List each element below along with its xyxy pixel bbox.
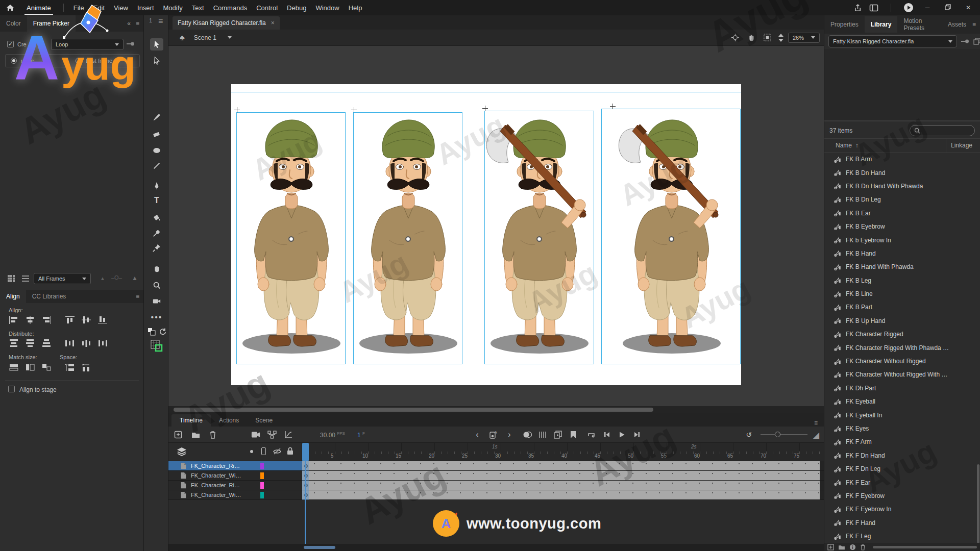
scrollbar-thumb[interactable] — [174, 408, 653, 412]
panel-menu-icon[interactable]: ≡ — [972, 21, 976, 28]
scrollbar-thumb[interactable] — [304, 546, 335, 549]
timeline-layer-row[interactable]: FK_Character_Ri… — [168, 481, 824, 490]
library-document-dropdown[interactable]: Fatty Kisan Rigged Character.fla — [828, 35, 957, 47]
onion-skin-outlines-icon[interactable] — [537, 430, 548, 440]
tab-properties[interactable]: Properties — [824, 16, 865, 33]
distribute-top-button[interactable] — [8, 339, 19, 348]
layer-name-cell[interactable]: FK_Character_Ri… — [168, 481, 302, 490]
edit-multiple-frames-icon[interactable] — [552, 430, 564, 440]
paint-bucket-tool[interactable] — [150, 211, 163, 223]
center-stage-icon[interactable] — [731, 33, 740, 42]
new-folder-icon[interactable] — [838, 544, 845, 550]
library-item[interactable]: FK F Eyebrow — [824, 489, 980, 503]
library-item[interactable]: FK Dh Part — [824, 382, 980, 395]
search-input[interactable] — [923, 128, 969, 134]
library-item[interactable]: FK F Arm — [824, 435, 980, 448]
insert-keyframe-icon[interactable]: A — [487, 430, 499, 440]
home-icon[interactable] — [6, 4, 14, 11]
text-tool[interactable]: T — [150, 194, 163, 207]
brush-tool[interactable] — [150, 111, 163, 123]
menu-item[interactable]: Control — [252, 4, 282, 12]
tab-align[interactable]: Align — [0, 290, 26, 303]
asset-warp-pin-tool[interactable] — [150, 242, 163, 254]
onion-start-icon[interactable]: ▲ — [100, 276, 105, 281]
library-item[interactable]: FK B Dn Hand With Phawda — [824, 180, 980, 193]
distribute-right-button[interactable] — [97, 339, 108, 348]
distribute-center-v-button[interactable] — [24, 339, 36, 348]
align-left-button[interactable] — [8, 315, 19, 324]
library-item[interactable]: FK F Dn Leg — [824, 462, 980, 475]
library-vertical-scrollbar[interactable] — [977, 464, 979, 543]
align-top-button[interactable] — [64, 315, 76, 324]
pasteboard[interactable]: Ayug Ayug Ayug Ayug Ayug Ayug — [168, 46, 824, 406]
align-center-h-button[interactable] — [24, 315, 36, 324]
tab-actions[interactable]: Actions — [211, 414, 247, 427]
layer-frames-cell[interactable] — [302, 471, 824, 480]
panel-menu-icon[interactable]: ≡ — [808, 419, 824, 427]
close-button[interactable]: ✕ — [962, 4, 975, 11]
eyedropper-tool[interactable] — [150, 227, 163, 239]
menu-item[interactable]: Insert — [133, 4, 159, 12]
onion-end-icon[interactable]: ▲ — [132, 274, 138, 282]
onion-range-icon[interactable]: –O– — [111, 274, 122, 281]
transform-point[interactable] — [536, 236, 542, 242]
menu-item[interactable]: Help — [344, 4, 367, 12]
delete-layer-icon[interactable] — [207, 430, 218, 440]
selected-symbol-1[interactable] — [236, 112, 346, 364]
transform-point[interactable] — [669, 236, 674, 242]
menu-item[interactable]: Window — [311, 4, 344, 12]
library-item[interactable]: FK B Eyebrow — [824, 220, 980, 233]
match-both-button[interactable] — [41, 363, 52, 372]
onion-skin-icon[interactable] — [522, 430, 533, 440]
layer-name-cell[interactable]: FK_Character_Wi… — [168, 471, 302, 480]
timeline-layer-row[interactable]: FK_Character_Wi… — [168, 471, 824, 481]
timeline-horizontal-scrollbar[interactable] — [168, 544, 824, 551]
camera-layer-icon[interactable] — [250, 430, 261, 440]
timeline-layer-row[interactable]: FK_Character_Wi… — [168, 490, 824, 500]
outline-column-icon[interactable] — [261, 447, 266, 455]
layer-color-swatch[interactable] — [260, 482, 264, 489]
library-item[interactable]: FK F Ear — [824, 475, 980, 489]
frame-ruler[interactable]: 51015202530354045505560657075 1s2s — [302, 443, 824, 461]
new-symbol-icon[interactable] — [827, 544, 834, 550]
layer-frames-cell[interactable] — [302, 461, 824, 470]
library-item[interactable]: FK B Arm — [824, 153, 980, 166]
previous-keyframe-icon[interactable]: ‹ — [472, 430, 483, 440]
menu-item[interactable]: Text — [187, 4, 209, 12]
hide-column-icon[interactable] — [273, 447, 282, 456]
zoom-stepper-icon[interactable] — [778, 33, 784, 42]
name-column-header[interactable]: Name ↑ — [824, 142, 859, 149]
library-item[interactable]: FK F Eyebrow In — [824, 503, 980, 516]
tab-motion-presets[interactable]: Motion Presets — [897, 16, 942, 33]
layer-frames-cell[interactable] — [302, 481, 824, 490]
scrollbar-thumb[interactable] — [873, 546, 977, 548]
library-item[interactable]: FK Character Without Rigged — [824, 355, 980, 368]
zoom-level-input[interactable]: 26% — [788, 33, 820, 43]
layer-parenting-icon[interactable] — [266, 430, 278, 440]
graph-editor-icon[interactable] — [283, 430, 294, 440]
library-item[interactable]: FK F Dn Hand — [824, 449, 980, 462]
menu-item[interactable]: Modify — [159, 4, 187, 12]
library-item[interactable]: FK B Dn Leg — [824, 193, 980, 206]
oval-tool[interactable] — [150, 144, 163, 157]
menu-animate[interactable]: Animate — [19, 0, 58, 15]
library-item[interactable]: FK Character Rigged — [824, 328, 980, 341]
layer-color-swatch[interactable] — [260, 472, 264, 479]
lock-column-icon[interactable] — [287, 447, 293, 455]
workspace-icon[interactable] — [869, 4, 878, 12]
tab-cc-libraries[interactable]: CC Libraries — [26, 290, 72, 303]
minimize-button[interactable]: ─ — [921, 4, 934, 11]
new-folder-icon[interactable] — [190, 430, 201, 440]
restore-button[interactable] — [941, 4, 954, 12]
tab-library[interactable]: Library — [865, 16, 898, 33]
tab-timeline[interactable]: Timeline — [172, 414, 211, 427]
selected-symbol-3[interactable] — [484, 111, 594, 364]
distribute-bottom-button[interactable] — [41, 339, 52, 348]
timeline-layer-row[interactable]: FK_Character_Ri… — [168, 461, 824, 471]
library-item[interactable]: FK B Hand — [824, 247, 980, 260]
new-layer-icon[interactable] — [173, 430, 184, 440]
transform-point[interactable] — [288, 236, 294, 242]
align-to-stage-checkbox[interactable] — [8, 386, 15, 392]
layer-frames-cell[interactable] — [302, 490, 824, 499]
timeline-zoom-in-icon[interactable]: ◢ — [811, 430, 822, 440]
